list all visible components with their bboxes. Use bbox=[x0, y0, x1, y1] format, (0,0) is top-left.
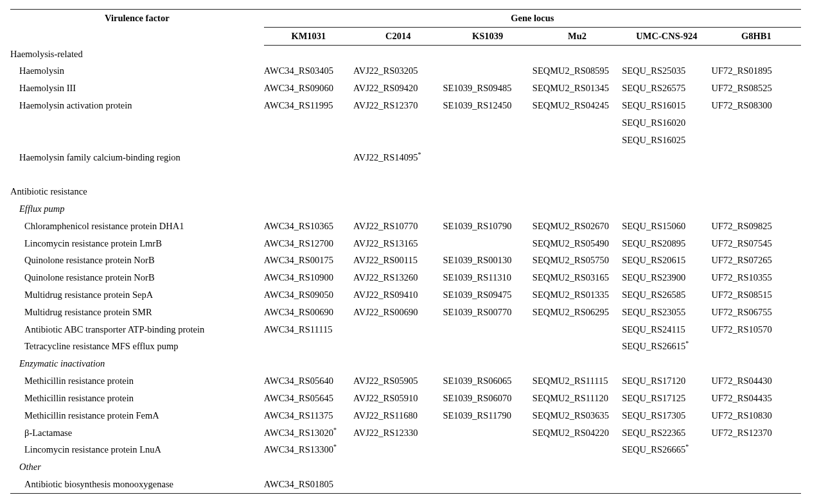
table-row: Haemolysin family calcium-binding region… bbox=[10, 149, 801, 166]
row-label bbox=[10, 114, 264, 132]
locus-cell bbox=[443, 424, 532, 442]
locus-cell: AWC34_RS03405 bbox=[264, 62, 353, 80]
locus-cell: AVJ22_RS00690 bbox=[353, 304, 443, 321]
locus-cell: AVJ22_RS11680 bbox=[353, 407, 443, 424]
locus-cell: SEQU_RS26615* bbox=[622, 338, 711, 355]
locus-cell: UF72_RS04430 bbox=[712, 372, 801, 390]
table-row: Haemolysis-related bbox=[10, 45, 801, 62]
locus-cell: UF72_RS08525 bbox=[712, 80, 801, 97]
locus-cell: SEQMU2_RS03635 bbox=[533, 407, 622, 424]
locus-cell: SEQMU2_RS02670 bbox=[533, 218, 622, 235]
locus-cell: SEQU_RS25035 bbox=[622, 62, 711, 80]
locus-cell: UF72_RS08515 bbox=[712, 286, 801, 304]
section-label: Other bbox=[10, 458, 801, 476]
row-label: Quinolone resistance protein NorB bbox=[10, 269, 264, 286]
locus-cell: UF72_RS07265 bbox=[712, 252, 801, 269]
col-header-strain-3: Mu2 bbox=[533, 27, 622, 45]
locus-cell bbox=[264, 114, 353, 132]
locus-cell: AVJ22_RS13165 bbox=[353, 235, 443, 252]
col-header-strain-2: KS1039 bbox=[443, 27, 532, 45]
row-label bbox=[10, 132, 264, 149]
locus-cell: SEQMU2_RS05750 bbox=[533, 252, 622, 269]
table-row: SEQU_RS16020 bbox=[10, 114, 801, 132]
locus-cell bbox=[353, 476, 443, 493]
row-label: Haemolysin family calcium-binding region bbox=[10, 149, 264, 166]
locus-cell bbox=[443, 235, 532, 252]
locus-cell: SE1039_RS09485 bbox=[443, 80, 532, 97]
locus-cell: AWC34_RS10900 bbox=[264, 269, 353, 286]
locus-cell: SEQU_RS17305 bbox=[622, 407, 711, 424]
locus-cell: AVJ22_RS12370 bbox=[353, 97, 443, 114]
locus-cell: AVJ22_RS03205 bbox=[353, 62, 443, 80]
locus-cell: AVJ22_RS05910 bbox=[353, 390, 443, 407]
locus-cell: AVJ22_RS09420 bbox=[353, 80, 443, 97]
locus-cell: AVJ22_RS12330 bbox=[353, 424, 443, 442]
locus-cell: SE1039_RS00130 bbox=[443, 252, 532, 269]
locus-cell bbox=[533, 338, 622, 355]
locus-cell: AWC34_RS05640 bbox=[264, 372, 353, 390]
locus-cell: SEQU_RS15060 bbox=[622, 218, 711, 235]
locus-cell: UF72_RS10570 bbox=[712, 321, 801, 338]
table-body: Haemolysis-relatedHaemolysinAWC34_RS0340… bbox=[10, 45, 801, 493]
locus-cell: SEQMU2_RS03165 bbox=[533, 269, 622, 286]
locus-cell: SEQU_RS20895 bbox=[622, 235, 711, 252]
locus-cell bbox=[712, 441, 801, 458]
row-label: Methicillin resistance protein FemA bbox=[10, 407, 264, 424]
locus-cell: AWC34_RS11995 bbox=[264, 97, 353, 114]
locus-cell: SEQU_RS16015 bbox=[622, 97, 711, 114]
locus-cell: AVJ22_RS00115 bbox=[353, 252, 443, 269]
locus-cell: AWC34_RS09050 bbox=[264, 286, 353, 304]
table-row: Multidrug resistance protein SepAAWC34_R… bbox=[10, 286, 801, 304]
row-label: Antibiotic ABC transporter ATP-binding p… bbox=[10, 321, 264, 338]
locus-cell bbox=[443, 132, 532, 149]
locus-cell: UF72_RS08300 bbox=[712, 97, 801, 114]
locus-cell: AWC34_RS09060 bbox=[264, 80, 353, 97]
locus-cell: SEQMU2_RS06295 bbox=[533, 304, 622, 321]
locus-cell: SEQU_RS23900 bbox=[622, 269, 711, 286]
locus-cell bbox=[622, 476, 711, 493]
table-row: Quinolone resistance protein NorBAWC34_R… bbox=[10, 269, 801, 286]
locus-cell: SE1039_RS00770 bbox=[443, 304, 532, 321]
locus-cell: UF72_RS01895 bbox=[712, 62, 801, 80]
table-row: Haemolysin activation proteinAWC34_RS119… bbox=[10, 97, 801, 114]
locus-cell: AVJ22_RS14095* bbox=[353, 149, 443, 166]
row-label: Methicillin resistance protein bbox=[10, 372, 264, 390]
locus-cell: SE1039_RS12450 bbox=[443, 97, 532, 114]
locus-cell bbox=[443, 114, 532, 132]
locus-cell bbox=[533, 114, 622, 132]
section-label: Enzymatic inactivation bbox=[10, 355, 801, 372]
locus-cell: AWC34_RS00175 bbox=[264, 252, 353, 269]
table-row: Methicillin resistance proteinAWC34_RS05… bbox=[10, 372, 801, 390]
locus-cell: AWC34_RS01805 bbox=[264, 476, 353, 493]
table-row: Antibiotic resistance bbox=[10, 183, 801, 200]
locus-cell bbox=[264, 132, 353, 149]
locus-cell bbox=[443, 321, 532, 338]
locus-cell: SEQMU2_RS11115 bbox=[533, 372, 622, 390]
locus-cell: SEQU_RS16020 bbox=[622, 114, 711, 132]
locus-cell: AWC34_RS12700 bbox=[264, 235, 353, 252]
table-row: Multidrug resistance protein SMRAWC34_RS… bbox=[10, 304, 801, 321]
locus-cell: SEQU_RS17125 bbox=[622, 390, 711, 407]
locus-cell: UF72_RS10355 bbox=[712, 269, 801, 286]
col-header-strain-1: C2014 bbox=[353, 27, 443, 45]
row-label: Haemolysin III bbox=[10, 80, 264, 97]
locus-cell: AWC34_RS10365 bbox=[264, 218, 353, 235]
locus-cell: AWC34_RS05645 bbox=[264, 390, 353, 407]
row-label: Multidrug resistance protein SMR bbox=[10, 304, 264, 321]
locus-cell bbox=[622, 149, 711, 166]
locus-cell: SEQMU2_RS08595 bbox=[533, 62, 622, 80]
locus-cell: SE1039_RS09475 bbox=[443, 286, 532, 304]
table-header: Virulence factor Gene locus KM1031C2014K… bbox=[10, 10, 801, 46]
table-row: Lincomycin resistance protein LmrBAWC34_… bbox=[10, 235, 801, 252]
row-label: Chloramphenicol resistance protein DHA1 bbox=[10, 218, 264, 235]
locus-cell: AVJ22_RS10770 bbox=[353, 218, 443, 235]
row-label: Lincomycin resistance protein LnuA bbox=[10, 441, 264, 458]
locus-cell: SEQU_RS17120 bbox=[622, 372, 711, 390]
spacer-cell bbox=[10, 166, 801, 183]
col-header-strain-0: KM1031 bbox=[264, 27, 353, 45]
locus-cell: AWC34_RS11375 bbox=[264, 407, 353, 424]
col-header-gene-locus: Gene locus bbox=[264, 10, 801, 28]
locus-cell: SEQU_RS26575 bbox=[622, 80, 711, 97]
locus-cell: UF72_RS09825 bbox=[712, 218, 801, 235]
row-label: Quinolone resistance protein NorB bbox=[10, 252, 264, 269]
